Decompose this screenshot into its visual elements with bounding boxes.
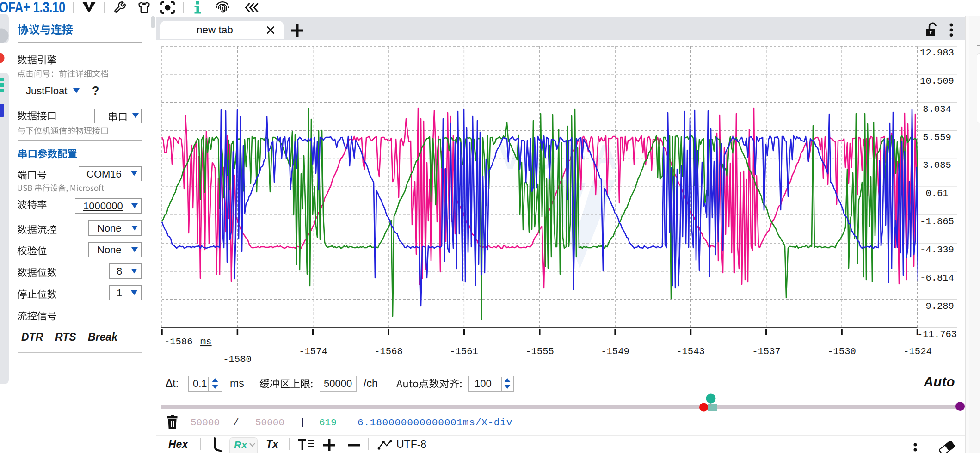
svg-text:-1549: -1549 xyxy=(601,346,629,357)
svg-text:-1543: -1543 xyxy=(676,346,705,357)
svg-text:12.983: 12.983 xyxy=(920,48,954,58)
svg-text:-11.763: -11.763 xyxy=(917,329,957,340)
svg-text:-1524: -1524 xyxy=(903,346,932,357)
svg-text:ms: ms xyxy=(200,337,212,347)
svg-text:-1561: -1561 xyxy=(450,346,478,357)
svg-text:-1586: -1586 xyxy=(164,337,193,347)
svg-text:8.034: 8.034 xyxy=(923,104,951,115)
svg-text:-9.289: -9.289 xyxy=(920,301,954,312)
svg-text:-1574: -1574 xyxy=(299,346,327,357)
svg-text:-1.865: -1.865 xyxy=(920,216,954,227)
svg-text:-1555: -1555 xyxy=(525,346,554,357)
svg-text:-6.814: -6.814 xyxy=(920,273,954,283)
svg-text:-1537: -1537 xyxy=(752,346,781,357)
svg-text:5.559: 5.559 xyxy=(923,132,951,143)
svg-text:-1568: -1568 xyxy=(374,346,403,357)
svg-text:-1580: -1580 xyxy=(223,354,252,365)
svg-text:10.509: 10.509 xyxy=(920,76,954,86)
svg-text:-4.339: -4.339 xyxy=(920,245,954,255)
svg-text:-1530: -1530 xyxy=(827,346,856,357)
svg-text:0.61: 0.61 xyxy=(925,188,948,199)
svg-text:3.085: 3.085 xyxy=(923,160,951,171)
